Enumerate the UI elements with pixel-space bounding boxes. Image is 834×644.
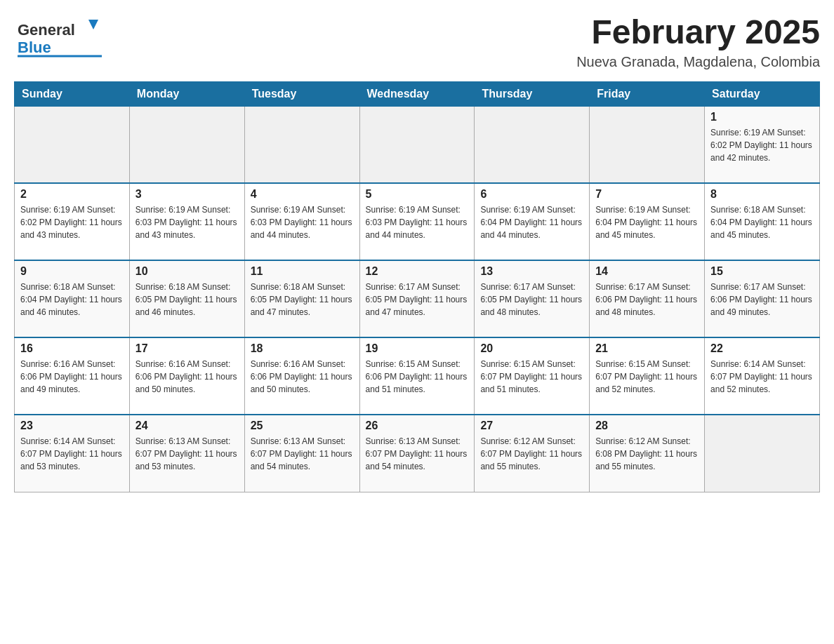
- day-info: Sunrise: 6:17 AM Sunset: 6:05 PM Dayligh…: [366, 281, 469, 318]
- day-info: Sunrise: 6:19 AM Sunset: 6:03 PM Dayligh…: [366, 203, 469, 241]
- month-title: February 2025: [576, 14, 820, 51]
- calendar-cell: 5Sunrise: 6:19 AM Sunset: 6:03 PM Daylig…: [359, 183, 475, 260]
- day-number: 12: [366, 265, 469, 278]
- calendar-week-row: 16Sunrise: 6:16 AM Sunset: 6:06 PM Dayli…: [15, 337, 820, 415]
- day-info: Sunrise: 6:15 AM Sunset: 6:06 PM Dayligh…: [366, 358, 469, 396]
- day-number: 22: [710, 342, 814, 355]
- calendar-cell: [590, 106, 705, 183]
- day-info: Sunrise: 6:13 AM Sunset: 6:07 PM Dayligh…: [251, 435, 354, 473]
- calendar-cell: 9Sunrise: 6:18 AM Sunset: 6:04 PM Daylig…: [15, 260, 130, 337]
- day-number: 3: [135, 188, 239, 201]
- calendar-cell: 4Sunrise: 6:19 AM Sunset: 6:03 PM Daylig…: [244, 183, 359, 260]
- day-info: Sunrise: 6:15 AM Sunset: 6:07 PM Dayligh…: [480, 358, 583, 396]
- day-number: 15: [710, 265, 814, 278]
- calendar-cell: 19Sunrise: 6:15 AM Sunset: 6:06 PM Dayli…: [359, 337, 475, 415]
- day-info: Sunrise: 6:18 AM Sunset: 6:05 PM Dayligh…: [251, 281, 354, 318]
- day-number: 23: [20, 420, 124, 432]
- page-header: General Blue February 2025 Nueva Granada…: [14, 14, 820, 70]
- svg-marker-1: [88, 20, 98, 29]
- calendar-header-row: Sunday Monday Tuesday Wednesday Thursday…: [15, 81, 820, 106]
- calendar-cell: 6Sunrise: 6:19 AM Sunset: 6:04 PM Daylig…: [475, 183, 590, 260]
- day-info: Sunrise: 6:18 AM Sunset: 6:05 PM Dayligh…: [135, 281, 239, 318]
- day-number: 7: [595, 188, 699, 201]
- day-info: Sunrise: 6:19 AM Sunset: 6:02 PM Dayligh…: [20, 203, 124, 241]
- calendar-cell: 15Sunrise: 6:17 AM Sunset: 6:06 PM Dayli…: [705, 260, 820, 337]
- day-info: Sunrise: 6:13 AM Sunset: 6:07 PM Dayligh…: [135, 435, 239, 473]
- day-number: 26: [366, 420, 469, 432]
- day-number: 18: [251, 342, 354, 355]
- calendar-cell: [129, 106, 244, 183]
- day-info: Sunrise: 6:18 AM Sunset: 6:04 PM Dayligh…: [20, 281, 124, 318]
- day-number: 21: [595, 342, 699, 355]
- day-number: 6: [480, 188, 583, 201]
- day-info: Sunrise: 6:18 AM Sunset: 6:04 PM Dayligh…: [710, 203, 814, 241]
- calendar-cell: 26Sunrise: 6:13 AM Sunset: 6:07 PM Dayli…: [359, 415, 475, 492]
- calendar-cell: [359, 106, 475, 183]
- calendar-cell: [475, 106, 590, 183]
- header-thursday: Thursday: [475, 81, 590, 106]
- title-block: February 2025 Nueva Granada, Magdalena, …: [576, 14, 820, 70]
- calendar-week-row: 1Sunrise: 6:19 AM Sunset: 6:02 PM Daylig…: [15, 106, 820, 183]
- day-info: Sunrise: 6:16 AM Sunset: 6:06 PM Dayligh…: [135, 358, 239, 396]
- day-number: 24: [135, 420, 239, 432]
- day-number: 13: [480, 265, 583, 278]
- day-info: Sunrise: 6:13 AM Sunset: 6:07 PM Dayligh…: [366, 435, 469, 473]
- day-number: 8: [710, 188, 814, 201]
- day-info: Sunrise: 6:19 AM Sunset: 6:03 PM Dayligh…: [251, 203, 354, 241]
- calendar-cell: 11Sunrise: 6:18 AM Sunset: 6:05 PM Dayli…: [244, 260, 359, 337]
- calendar-cell: 22Sunrise: 6:14 AM Sunset: 6:07 PM Dayli…: [705, 337, 820, 415]
- calendar-cell: 2Sunrise: 6:19 AM Sunset: 6:02 PM Daylig…: [15, 183, 130, 260]
- day-number: 17: [135, 342, 239, 355]
- calendar-week-row: 2Sunrise: 6:19 AM Sunset: 6:02 PM Daylig…: [15, 183, 820, 260]
- day-number: 19: [366, 342, 469, 355]
- calendar-week-row: 23Sunrise: 6:14 AM Sunset: 6:07 PM Dayli…: [15, 415, 820, 492]
- day-info: Sunrise: 6:12 AM Sunset: 6:08 PM Dayligh…: [595, 435, 699, 473]
- day-info: Sunrise: 6:16 AM Sunset: 6:06 PM Dayligh…: [251, 358, 354, 396]
- day-info: Sunrise: 6:17 AM Sunset: 6:05 PM Dayligh…: [480, 281, 583, 318]
- calendar-cell: [244, 106, 359, 183]
- logo: General Blue: [14, 14, 105, 60]
- day-info: Sunrise: 6:16 AM Sunset: 6:06 PM Dayligh…: [20, 358, 124, 396]
- calendar-cell: 12Sunrise: 6:17 AM Sunset: 6:05 PM Dayli…: [359, 260, 475, 337]
- day-info: Sunrise: 6:15 AM Sunset: 6:07 PM Dayligh…: [595, 358, 699, 396]
- calendar-cell: 13Sunrise: 6:17 AM Sunset: 6:05 PM Dayli…: [475, 260, 590, 337]
- calendar-cell: 3Sunrise: 6:19 AM Sunset: 6:03 PM Daylig…: [129, 183, 244, 260]
- calendar-week-row: 9Sunrise: 6:18 AM Sunset: 6:04 PM Daylig…: [15, 260, 820, 337]
- calendar-cell: [705, 415, 820, 492]
- calendar-cell: 7Sunrise: 6:19 AM Sunset: 6:04 PM Daylig…: [590, 183, 705, 260]
- day-number: 27: [480, 420, 583, 432]
- calendar-table: Sunday Monday Tuesday Wednesday Thursday…: [14, 81, 820, 492]
- day-info: Sunrise: 6:12 AM Sunset: 6:07 PM Dayligh…: [480, 435, 583, 473]
- day-number: 1: [710, 111, 814, 123]
- day-info: Sunrise: 6:17 AM Sunset: 6:06 PM Dayligh…: [710, 281, 814, 318]
- day-info: Sunrise: 6:19 AM Sunset: 6:04 PM Dayligh…: [480, 203, 583, 241]
- header-friday: Friday: [590, 81, 705, 106]
- day-info: Sunrise: 6:17 AM Sunset: 6:06 PM Dayligh…: [595, 281, 699, 318]
- calendar-cell: 23Sunrise: 6:14 AM Sunset: 6:07 PM Dayli…: [15, 415, 130, 492]
- calendar-cell: 1Sunrise: 6:19 AM Sunset: 6:02 PM Daylig…: [705, 106, 820, 183]
- day-number: 20: [480, 342, 583, 355]
- day-number: 2: [20, 188, 124, 201]
- header-sunday: Sunday: [15, 81, 130, 106]
- day-number: 11: [251, 265, 354, 278]
- header-saturday: Saturday: [705, 81, 820, 106]
- calendar-cell: [15, 106, 130, 183]
- calendar-cell: 8Sunrise: 6:18 AM Sunset: 6:04 PM Daylig…: [705, 183, 820, 260]
- day-info: Sunrise: 6:19 AM Sunset: 6:03 PM Dayligh…: [135, 203, 239, 241]
- day-number: 25: [251, 420, 354, 432]
- svg-text:Blue: Blue: [18, 39, 51, 56]
- day-number: 5: [366, 188, 469, 201]
- header-wednesday: Wednesday: [359, 81, 475, 106]
- calendar-cell: 10Sunrise: 6:18 AM Sunset: 6:05 PM Dayli…: [129, 260, 244, 337]
- calendar-cell: 17Sunrise: 6:16 AM Sunset: 6:06 PM Dayli…: [129, 337, 244, 415]
- day-info: Sunrise: 6:19 AM Sunset: 6:02 PM Dayligh…: [710, 126, 814, 164]
- calendar-cell: 20Sunrise: 6:15 AM Sunset: 6:07 PM Dayli…: [475, 337, 590, 415]
- day-info: Sunrise: 6:19 AM Sunset: 6:04 PM Dayligh…: [595, 203, 699, 241]
- day-info: Sunrise: 6:14 AM Sunset: 6:07 PM Dayligh…: [710, 358, 814, 396]
- calendar-cell: 14Sunrise: 6:17 AM Sunset: 6:06 PM Dayli…: [590, 260, 705, 337]
- day-number: 14: [595, 265, 699, 278]
- calendar-cell: 27Sunrise: 6:12 AM Sunset: 6:07 PM Dayli…: [475, 415, 590, 492]
- day-number: 4: [251, 188, 354, 201]
- day-number: 10: [135, 265, 239, 278]
- calendar-cell: 24Sunrise: 6:13 AM Sunset: 6:07 PM Dayli…: [129, 415, 244, 492]
